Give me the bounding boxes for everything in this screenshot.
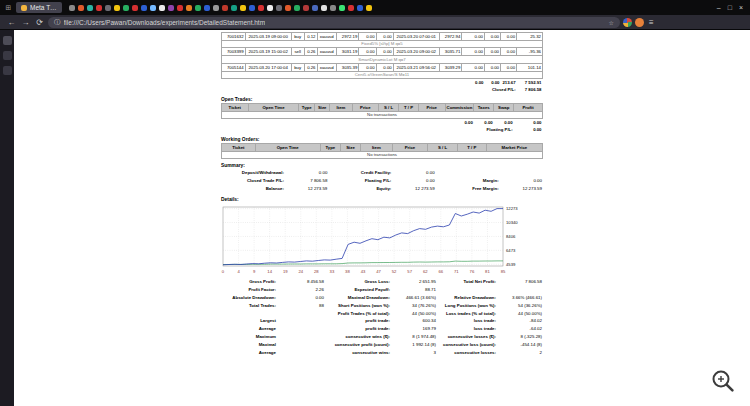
trade-cell: 0.00 <box>376 63 393 71</box>
pinned-tab[interactable] <box>267 5 273 11</box>
statement-report: 70016322025.03.19 09:00:00buy0.12xauusd2… <box>221 32 543 357</box>
sidebar-history-icon[interactable] <box>3 66 12 75</box>
stat-label: consecutive losses ($): <box>437 333 497 341</box>
statistics-row: Gross Profit:8 456.58Gross Loss:2 651.95… <box>221 278 543 286</box>
pinned-tab[interactable] <box>294 5 300 11</box>
stat-value: 44 (50.00%) <box>391 309 437 317</box>
bookmark-star-icon[interactable]: ☆ <box>609 19 614 26</box>
pinned-tab[interactable] <box>150 5 156 11</box>
trade-cell: 101.14 <box>517 63 543 71</box>
statistics-row: Maximalconsecutive profit (count):1 992.… <box>221 341 543 349</box>
pinned-tab[interactable] <box>105 5 111 11</box>
stat-value: 8 (-325.28) <box>497 333 543 341</box>
trade-comment: Cent5.x/GreenSwan/S M=11 <box>222 71 543 79</box>
pinned-tab[interactable] <box>366 5 372 11</box>
statistics-row: Averageprofit trade:169.79loss trade:-64… <box>221 325 543 333</box>
pinned-tab[interactable] <box>240 5 246 11</box>
pinned-tab[interactable] <box>357 5 363 11</box>
sidebar-bookmarks-icon[interactable] <box>3 51 12 60</box>
pinned-tab[interactable] <box>186 5 192 11</box>
pinned-tab[interactable] <box>258 5 264 11</box>
pinned-tab[interactable] <box>222 5 228 11</box>
pinned-tab[interactable] <box>96 5 102 11</box>
extensions-icon[interactable] <box>623 18 632 27</box>
trade-comment: SmartDynamicLot M q=7 <box>222 56 543 64</box>
totals-cell: 0.00 <box>462 79 485 86</box>
stat-value: 44 (50.00%) <box>497 309 543 317</box>
trade-comment-row: Cent5.x/GreenSwan/S M=11 <box>222 71 543 79</box>
reload-button[interactable]: ⟳ <box>34 18 45 27</box>
column-header: Profit <box>514 103 543 111</box>
stat-value <box>277 309 325 317</box>
pinned-tab[interactable] <box>141 5 147 11</box>
trade-cell: 2025.03.20 07:00:01 <box>393 33 439 41</box>
summary-item-label: Credit Facility: <box>328 169 392 177</box>
forward-button[interactable]: → <box>20 18 31 27</box>
pinned-tab[interactable] <box>249 5 255 11</box>
pinned-tab[interactable] <box>195 5 201 11</box>
profile-avatar[interactable] <box>635 18 644 27</box>
zoom-indicator-icon[interactable] <box>710 368 736 394</box>
site-info-icon[interactable]: ⓘ <box>54 18 61 27</box>
pinned-tab[interactable] <box>312 5 318 11</box>
closed-trade-row: 70051442025.03.20 17:00:04buy0.26xauusd3… <box>222 63 543 71</box>
pinned-tab[interactable] <box>285 5 291 11</box>
equity-chart: 4539647384061034012273049141924283338434… <box>221 204 543 278</box>
svg-text:52: 52 <box>392 269 397 274</box>
pinned-tab[interactable] <box>78 5 84 11</box>
summary-item-label: Closed Trade P/L: <box>221 177 285 185</box>
trade-cell: 0.00 <box>359 48 376 56</box>
pinned-tab[interactable] <box>168 5 174 11</box>
pinned-tab[interactable] <box>348 5 354 11</box>
window-minimize-button[interactable]: – <box>717 4 721 11</box>
pinned-tab[interactable] <box>339 5 345 11</box>
pinned-tab[interactable] <box>330 5 336 11</box>
active-tab[interactable]: Meta T… <box>16 2 62 13</box>
summary-item-value: 0.00 <box>392 177 435 185</box>
column-header: Commission <box>445 103 474 111</box>
pinned-tab[interactable] <box>123 5 129 11</box>
trade-comment-row: SmartDynamicLot M q=7 <box>222 56 543 64</box>
pinned-tab[interactable] <box>159 5 165 11</box>
totals-cell: 7 592.91 <box>517 79 543 86</box>
pinned-tab[interactable] <box>177 5 183 11</box>
closed-pl-label: Closed P/L: <box>222 86 517 93</box>
address-bar[interactable]: ⓘ file:///C:/Users/Pawan/Downloads/exper… <box>48 17 620 28</box>
stat-label: consecutive losses: <box>437 349 497 357</box>
sidebar-tabs-icon[interactable] <box>3 36 12 45</box>
trade-cell: buy <box>291 33 304 41</box>
svg-text:24: 24 <box>298 269 303 274</box>
pinned-tab[interactable] <box>132 5 138 11</box>
totals-cell: 0.00 <box>514 119 543 126</box>
open-totals-row: 0.000.000.000.00 <box>222 119 543 126</box>
summary-item-value: 12 273.59 <box>392 185 435 193</box>
pinned-tab[interactable] <box>321 5 327 11</box>
tab-overview-icon[interactable]: ⊞ <box>4 4 13 12</box>
pinned-tab[interactable] <box>231 5 237 11</box>
pinned-tab[interactable] <box>114 5 120 11</box>
statistics-row: Profit Factor:2.26Expected Payoff:88.71 <box>221 286 543 294</box>
stat-label: Expected Payoff: <box>325 286 391 294</box>
no-transactions: No transactions <box>222 151 543 159</box>
svg-text:76: 76 <box>470 269 475 274</box>
trade-cell: 3035.39 <box>336 63 359 71</box>
pinned-tab[interactable] <box>204 5 210 11</box>
pinned-tab[interactable] <box>87 5 93 11</box>
pinned-tab[interactable] <box>213 5 219 11</box>
trade-cell: 2025.03.19 09:00:00 <box>245 33 291 41</box>
pinned-tab[interactable] <box>276 5 282 11</box>
stat-value: 0.00 <box>277 294 325 302</box>
column-header: Ticket <box>222 143 256 151</box>
svg-text:81: 81 <box>485 269 490 274</box>
stat-value: -84.02 <box>497 317 543 325</box>
pinned-tab[interactable] <box>69 5 75 11</box>
pinned-tab[interactable] <box>303 5 309 11</box>
window-close-button[interactable]: × <box>739 4 743 11</box>
trade-cell: 0.00 <box>376 48 393 56</box>
back-button[interactable]: ← <box>6 18 17 27</box>
menu-button[interactable]: ≡ <box>647 18 656 27</box>
stat-label: profit trade: <box>325 317 391 325</box>
svg-text:4539: 4539 <box>506 262 516 267</box>
trade-cell: 0.00 <box>359 33 376 41</box>
window-maximize-button[interactable]: □ <box>728 4 732 11</box>
